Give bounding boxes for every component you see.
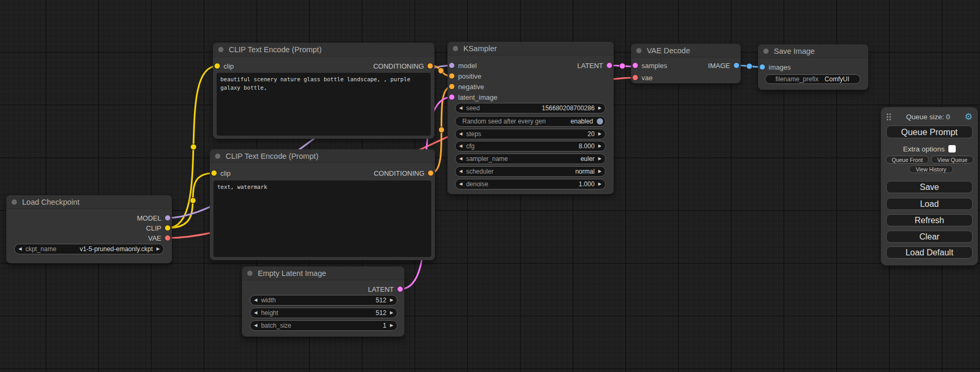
- drag-handle-icon[interactable]: [886, 113, 891, 121]
- queue-panel: Queue size: 0 ⚙ Queue Prompt Extra optio…: [881, 107, 978, 265]
- input-label: negative: [458, 83, 484, 91]
- conditioning-output-port[interactable]: [428, 170, 433, 176]
- collapse-dot-icon[interactable]: [218, 47, 224, 52]
- node-save-image[interactable]: Save Image images filename_prefix ComfyU…: [758, 44, 868, 90]
- port-row: positive: [448, 71, 614, 81]
- node-empty-latent-image[interactable]: Empty Latent Image LATENT ◀ width 512 ▶ …: [242, 266, 404, 337]
- clear-button[interactable]: Clear: [886, 231, 973, 243]
- stepper-right-icon[interactable]: ▶: [386, 298, 397, 302]
- collapse-dot-icon[interactable]: [247, 271, 253, 276]
- vae-input-port[interactable]: [633, 75, 638, 80]
- positive-input-port[interactable]: [449, 73, 454, 79]
- collapse-dot-icon[interactable]: [215, 154, 220, 159]
- node-title-bar[interactable]: Save Image: [758, 44, 868, 58]
- output-label: CONDITIONING: [373, 62, 424, 70]
- seed-widget[interactable]: ◀ seed 156680208700286 ▶: [455, 103, 606, 113]
- stepper-left-icon[interactable]: ◀: [455, 157, 466, 161]
- stepper-left-icon[interactable]: ◀: [455, 132, 466, 136]
- node-title-bar[interactable]: CLIP Text Encode (Prompt): [213, 43, 434, 56]
- samples-input-port[interactable]: [633, 63, 638, 68]
- node-ksampler[interactable]: KSampler model LATENT positive negative …: [448, 42, 614, 194]
- node-vae-decode[interactable]: VAE Decode samples IMAGE vae: [631, 44, 741, 83]
- node-clip-text-encode-positive[interactable]: CLIP Text Encode (Prompt) clip CONDITION…: [213, 43, 434, 139]
- clip-output-port[interactable]: [165, 225, 170, 231]
- widget-label: height: [261, 309, 278, 317]
- clip-input-port[interactable]: [211, 170, 217, 176]
- model-output-port[interactable]: [165, 215, 170, 221]
- seed-toggle-dot[interactable]: [597, 118, 603, 125]
- gear-icon[interactable]: ⚙: [965, 112, 973, 121]
- stepper-left-icon[interactable]: ◀: [455, 169, 466, 174]
- widget-value: euler: [580, 155, 595, 163]
- stepper-right-icon[interactable]: ▶: [595, 157, 605, 161]
- image-output-port[interactable]: [734, 63, 739, 68]
- height-widget[interactable]: ◀ height 512 ▶: [250, 308, 397, 318]
- images-input-port[interactable]: [760, 64, 765, 70]
- latent-image-input-port[interactable]: [449, 94, 454, 100]
- save-button[interactable]: Save: [886, 181, 973, 193]
- widget-value: 156680208700286: [542, 104, 595, 112]
- conditioning-output-port[interactable]: [428, 63, 433, 69]
- stepper-right-icon[interactable]: ▶: [595, 182, 605, 186]
- node-title-bar[interactable]: KSampler: [448, 42, 614, 55]
- ckpt-name-widget[interactable]: ◀ ckpt_name v1-5-pruned-emaonly.ckpt ▶: [14, 244, 164, 254]
- stepper-left-icon[interactable]: ◀: [250, 323, 261, 328]
- widget-label: sampler_name: [466, 155, 508, 163]
- stepper-left-icon[interactable]: ◀: [15, 247, 25, 251]
- model-input-port[interactable]: [449, 63, 454, 68]
- filename-prefix-widget[interactable]: filename_prefix ComfyUI: [765, 74, 860, 84]
- widget-label: width: [261, 297, 276, 304]
- sampler-name-widget[interactable]: ◀ sampler_name euler ▶: [455, 154, 606, 164]
- collapse-dot-icon[interactable]: [636, 48, 642, 53]
- output-label: LATENT: [368, 285, 394, 293]
- clip-input-port[interactable]: [215, 63, 220, 69]
- node-title-bar[interactable]: Load Checkpoint: [6, 195, 172, 209]
- node-title-bar[interactable]: CLIP Text Encode (Prompt): [210, 149, 435, 163]
- stepper-left-icon[interactable]: ◀: [455, 106, 466, 110]
- stepper-right-icon[interactable]: ▶: [153, 247, 163, 251]
- output-label: LATENT: [577, 62, 603, 70]
- collapse-dot-icon[interactable]: [763, 49, 769, 54]
- queue-prompt-button[interactable]: Queue Prompt: [886, 126, 973, 138]
- stepper-left-icon[interactable]: ◀: [455, 144, 466, 148]
- refresh-button[interactable]: Refresh: [886, 214, 973, 226]
- batch-size-widget[interactable]: ◀ batch_size 1 ▶: [250, 320, 397, 331]
- node-clip-text-encode-negative[interactable]: CLIP Text Encode (Prompt) clip CONDITION…: [210, 149, 435, 260]
- collapse-dot-icon[interactable]: [453, 46, 458, 51]
- node-load-checkpoint[interactable]: Load Checkpoint MODEL CLIP VAE ◀ ckpt_na…: [6, 195, 172, 263]
- prompt-textarea[interactable]: text, watermark: [214, 180, 431, 257]
- cfg-widget[interactable]: ◀ cfg 8.000 ▶: [455, 141, 606, 151]
- node-graph-canvas[interactable]: Load Checkpoint MODEL CLIP VAE ◀ ckpt_na…: [0, 0, 980, 372]
- stepper-right-icon[interactable]: ▶: [595, 132, 605, 136]
- latent-output-port[interactable]: [397, 287, 403, 292]
- width-widget[interactable]: ◀ width 512 ▶: [250, 295, 397, 306]
- node-title-bar[interactable]: VAE Decode: [631, 44, 741, 58]
- widget-value: 20: [587, 130, 594, 138]
- load-default-button[interactable]: Load Default: [886, 246, 973, 259]
- stepper-right-icon[interactable]: ▶: [595, 169, 605, 174]
- stepper-right-icon[interactable]: ▶: [386, 323, 397, 328]
- scheduler-widget[interactable]: ◀ scheduler normal ▶: [455, 166, 606, 177]
- negative-input-port[interactable]: [449, 84, 454, 89]
- steps-widget[interactable]: ◀ steps 20 ▶: [455, 129, 606, 139]
- extra-options-checkbox[interactable]: [948, 145, 956, 152]
- queue-front-button[interactable]: Queue Front: [886, 156, 929, 164]
- stepper-left-icon[interactable]: ◀: [250, 311, 261, 315]
- denoise-widget[interactable]: ◀ denoise 1.000 ▶: [455, 179, 606, 189]
- collapse-dot-icon[interactable]: [12, 199, 17, 205]
- port-row: model LATENT: [448, 60, 614, 71]
- latent-output-port[interactable]: [607, 63, 612, 68]
- prompt-textarea[interactable]: beautiful scenery nature glass bottle la…: [217, 73, 431, 136]
- stepper-right-icon[interactable]: ▶: [595, 106, 605, 110]
- node-title-bar[interactable]: Empty Latent Image: [242, 266, 404, 280]
- view-history-button[interactable]: View History: [909, 165, 953, 173]
- vae-output-port[interactable]: [165, 235, 170, 241]
- stepper-left-icon[interactable]: ◀: [250, 298, 261, 302]
- view-queue-button[interactable]: View Queue: [931, 156, 974, 164]
- load-button[interactable]: Load: [886, 198, 973, 210]
- random-seed-toggle-widget[interactable]: Random seed after every gen enabled: [455, 116, 606, 127]
- stepper-right-icon[interactable]: ▶: [595, 144, 605, 148]
- stepper-left-icon[interactable]: ◀: [455, 182, 466, 186]
- port-row: samples IMAGE: [631, 60, 741, 71]
- stepper-right-icon[interactable]: ▶: [386, 311, 397, 315]
